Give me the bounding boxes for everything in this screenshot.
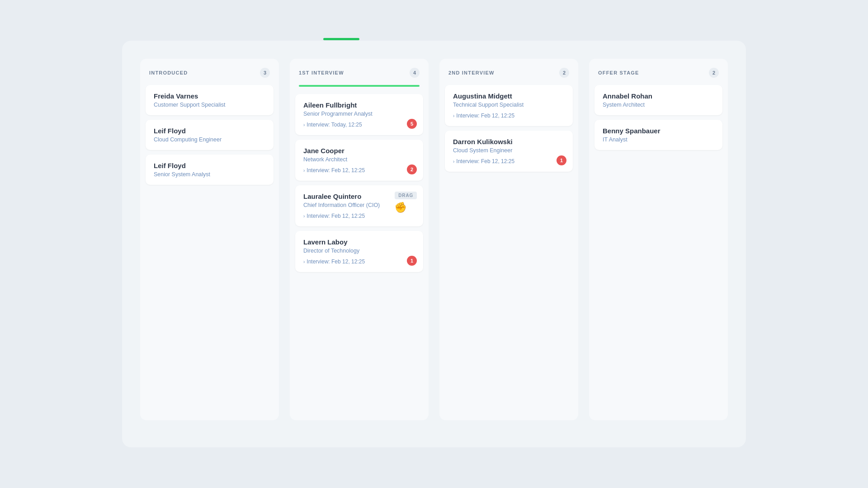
- candidate-name: Darron Kulikowski: [453, 138, 565, 145]
- chevron-icon: ›: [303, 214, 305, 219]
- column-header: 1ST INTERVIEW4: [290, 59, 429, 85]
- interview-text: Interview: Feb 12, 12:25: [456, 158, 514, 164]
- candidate-card[interactable]: Darron KulikowskiCloud System Engineer›I…: [445, 131, 573, 172]
- interview-info: ›Interview: Feb 12, 12:25: [303, 167, 415, 174]
- candidate-role: Director of Technology: [303, 248, 415, 254]
- candidate-role: Chief Information Officer (CIO): [303, 202, 415, 208]
- candidate-role: Customer Support Specialist: [154, 102, 265, 108]
- candidate-name: Annabel Rohan: [603, 92, 714, 100]
- chevron-icon: ›: [303, 122, 305, 127]
- candidate-name: Benny Spanbauer: [603, 127, 714, 135]
- candidate-role: Senior System Analyst: [154, 171, 265, 178]
- candidate-card[interactable]: Augustina MidgettTechnical Support Speci…: [445, 85, 573, 126]
- cards-container: Freida VarnesCustomer Support Specialist…: [140, 85, 279, 420]
- column-title: INTRODUCED: [149, 70, 188, 75]
- notification-badge: 5: [407, 119, 417, 129]
- interview-text: Interview: Today, 12:25: [307, 122, 362, 128]
- column-offer-stage: OFFER STAGE2Annabel RohanSystem Architec…: [589, 59, 728, 420]
- candidate-card[interactable]: Leif FloydSenior System Analyst: [146, 155, 274, 185]
- column-count: 2: [709, 68, 719, 78]
- cards-container: Aileen FullbrightSenior Programmer Analy…: [290, 94, 429, 420]
- column-progress-bar: [299, 85, 420, 87]
- candidate-role: System Architect: [603, 102, 714, 108]
- interview-info: ›Interview: Feb 12, 12:25: [453, 158, 565, 164]
- candidate-name: Lavern Laboy: [303, 238, 415, 246]
- candidate-name: Freida Varnes: [154, 92, 265, 100]
- candidate-role: Senior Programmer Analyst: [303, 111, 415, 117]
- candidate-card[interactable]: Annabel RohanSystem Architect: [594, 85, 722, 115]
- candidate-card[interactable]: Jane CooperNetwork Architect›Interview: …: [295, 140, 423, 181]
- column-title: 1ST INTERVIEW: [299, 70, 344, 75]
- candidate-card[interactable]: Freida VarnesCustomer Support Specialist: [146, 85, 274, 115]
- interview-info: ›Interview: Feb 12, 12:25: [303, 213, 415, 219]
- kanban-board: INTRODUCED3Freida VarnesCustomer Support…: [122, 41, 746, 447]
- candidate-name: Augustina Midgett: [453, 92, 565, 100]
- interview-text: Interview: Feb 12, 12:25: [307, 258, 365, 265]
- candidate-card[interactable]: Leif FloydCloud Computing Engineer: [146, 120, 274, 150]
- column-header: OFFER STAGE2: [589, 59, 728, 85]
- column-title: OFFER STAGE: [598, 70, 639, 75]
- candidate-card[interactable]: Aileen FullbrightSenior Programmer Analy…: [295, 94, 423, 135]
- candidate-role: IT Analyst: [603, 136, 714, 143]
- interview-info: ›Interview: Feb 12, 12:25: [453, 113, 565, 119]
- notification-badge: 1: [557, 155, 566, 165]
- column-count: 3: [260, 68, 270, 78]
- notification-badge: 2: [407, 164, 417, 174]
- column-second-interview: 2ND INTERVIEW2Augustina MidgettTechnical…: [439, 59, 578, 420]
- column-first-interview: 1ST INTERVIEW4Aileen FullbrightSenior Pr…: [290, 59, 429, 420]
- interview-info: ›Interview: Feb 12, 12:25: [303, 258, 415, 265]
- notification-badge: 1: [407, 256, 417, 266]
- interview-text: Interview: Feb 12, 12:25: [307, 213, 365, 219]
- column-count: 2: [559, 68, 569, 78]
- chevron-icon: ›: [303, 168, 305, 173]
- candidate-card[interactable]: Benny SpanbauerIT Analyst: [594, 120, 722, 150]
- candidate-role: Cloud Computing Engineer: [154, 136, 265, 143]
- candidate-name: Aileen Fullbright: [303, 101, 415, 109]
- candidate-card[interactable]: DRAGLauralee QuinteroChief Information O…: [295, 185, 423, 226]
- top-indicator: [323, 38, 359, 40]
- column-introduced: INTRODUCED3Freida VarnesCustomer Support…: [140, 59, 279, 420]
- interview-text: Interview: Feb 12, 12:25: [456, 113, 514, 119]
- cards-container: Annabel RohanSystem ArchitectBenny Spanb…: [589, 85, 728, 420]
- chevron-icon: ›: [303, 259, 305, 264]
- chevron-icon: ›: [453, 113, 454, 118]
- column-header: 2ND INTERVIEW2: [439, 59, 578, 85]
- cards-container: Augustina MidgettTechnical Support Speci…: [439, 85, 578, 420]
- candidate-name: Leif Floyd: [154, 162, 265, 169]
- drag-label: DRAG: [395, 192, 417, 199]
- column-header: INTRODUCED3: [140, 59, 279, 85]
- candidate-role: Technical Support Specialist: [453, 102, 565, 108]
- column-count: 4: [410, 68, 420, 78]
- interview-text: Interview: Feb 12, 12:25: [307, 167, 365, 174]
- candidate-role: Cloud System Engineer: [453, 147, 565, 154]
- candidate-card[interactable]: Lavern LaboyDirector of Technology›Inter…: [295, 231, 423, 272]
- candidate-name: Leif Floyd: [154, 127, 265, 135]
- candidate-role: Network Architect: [303, 156, 415, 163]
- interview-info: ›Interview: Today, 12:25: [303, 122, 415, 128]
- chevron-icon: ›: [453, 159, 454, 164]
- column-title: 2ND INTERVIEW: [448, 70, 495, 75]
- candidate-name: Jane Cooper: [303, 147, 415, 155]
